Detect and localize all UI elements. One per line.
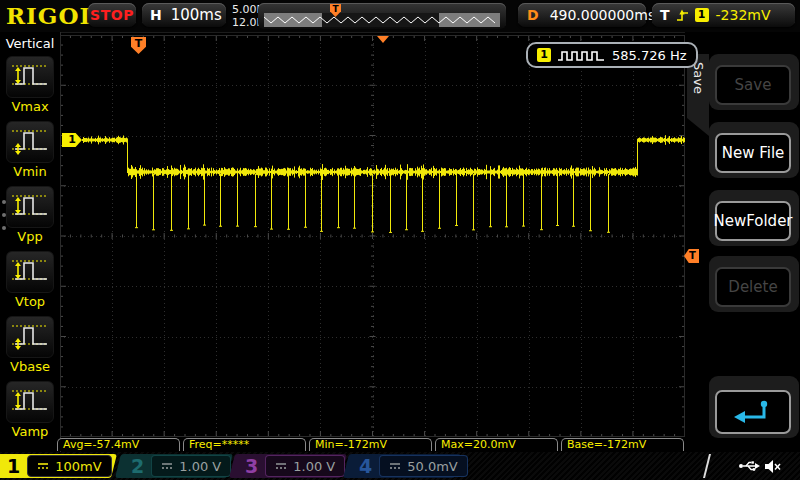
run-state-label: STOP [90,7,134,23]
channel-3-chip[interactable]: 3 1.00 V [229,454,347,478]
vmax-pulse-icon [6,56,54,98]
channel-1-number: 1 [7,455,20,477]
t-label: T [660,7,670,23]
waveform-preview-canvas [264,13,500,27]
dc-coupling-icon [275,462,287,470]
channel-status-bar: 1 100mV 2 1.00 V [0,452,800,480]
sidebar-item-label: Vbase [0,359,60,374]
vamp-pulse-icon [6,381,54,423]
top-status-bar: RIGOL STOP H 100ms 5.00MSa/s 12.0M pts T… [0,0,800,33]
channel-3-scale: 1.00 V [293,459,335,474]
usb-icon[interactable] [738,459,762,473]
dc-coupling-icon [389,462,401,470]
channel-2-number: 2 [131,455,144,477]
vtop-pulse-icon [6,251,54,293]
delete-button[interactable]: Delete [715,267,791,307]
frequency-counter-badge: 1 585.726 Hz [526,42,698,68]
dc-coupling-icon [161,462,173,470]
trigger-source-badge: 1 [695,8,709,22]
sidebar-item-vmin[interactable]: Vmin [0,121,60,179]
save-button[interactable]: Save [715,65,791,105]
run-state-button[interactable]: STOP [88,3,136,27]
channel-1-chip[interactable]: 1 100mV [0,454,117,478]
sidebar-item-label: Vmin [0,164,60,179]
channel-2-scale: 1.00 V [179,459,221,474]
timebase-value: 100ms [171,6,222,24]
channel-4-scale: 50.0mV [407,459,458,474]
speaker-muted-icon[interactable] [764,459,782,474]
measurement-min[interactable]: Min=-172mV [309,438,432,451]
waveform-grid-canvas [60,35,685,437]
waveform-display: 1 T T 1 585.726 Hz Avg=-57.4mV Freq=****… [60,32,685,452]
sidebar-item-label: Vmax [0,99,60,114]
vertical-measure-sidebar: Vertical Vmax Vmin Vpp Vtop Vbase Vamp [0,32,61,452]
save-menu-panel: Save Save New File NewFolder Delete [685,32,800,452]
sidebar-item-vtop[interactable]: Vtop [0,251,60,309]
rising-edge-icon [676,8,689,23]
vmin-pulse-icon [6,121,54,163]
freq-counter-channel-badge: 1 [537,48,551,62]
sidebar-item-vmax[interactable]: Vmax [0,56,60,114]
measurement-base[interactable]: Base=-172mV [561,438,684,451]
measurement-readout-row: Avg=-57.4mV Freq=***** Min=-172mV Max=20… [57,438,697,451]
menu-slot-back [709,376,799,438]
measurement-avg[interactable]: Avg=-57.4mV [57,438,180,451]
channel-4-chip[interactable]: 4 50.0mV [343,454,461,478]
sidebar-title: Vertical [0,36,60,51]
oscilloscope-screen: RIGOL STOP H 100ms 5.00MSa/s 12.0M pts T… [0,0,800,480]
square-wave-icon [557,49,605,62]
delay-value: 490.000000ms [550,7,656,23]
trigger-status-box[interactable]: T 1 -232mV [652,3,795,27]
status-bar-divider [703,454,711,478]
measurement-freq[interactable]: Freq=***** [183,438,306,451]
menu-scroll-indicator [2,200,6,239]
menu-slot-1: Save [709,54,799,110]
sidebar-item-label: Vpp [0,229,60,244]
sidebar-item-vamp[interactable]: Vamp [0,381,60,439]
sidebar-item-vbase[interactable]: Vbase [0,316,60,374]
sidebar-item-label: Vtop [0,294,60,309]
back-button[interactable] [715,390,791,434]
rigol-logo: RIGOL [6,2,97,29]
delay-box[interactable]: D 490.000000ms [518,3,646,27]
channel-1-scale: 100mV [55,459,101,474]
waveform-preview-bar[interactable]: T [258,3,506,29]
menu-tab-label: Save [691,62,706,94]
trigger-level-value: -232mV [716,7,771,23]
horizontal-timebase-box[interactable]: H 100ms [142,3,226,27]
d-label: D [527,7,539,23]
measurement-max[interactable]: Max=20.0mV [435,438,558,451]
new-folder-button[interactable]: NewFolder [715,201,791,241]
h-label: H [150,7,162,23]
sidebar-item-label: Vamp [0,424,60,439]
return-arrow-icon [732,399,774,425]
menu-slot-4: Delete [709,256,799,312]
vbase-pulse-icon [6,316,54,358]
vpp-pulse-icon [6,186,54,228]
channel-3-number: 3 [245,455,258,477]
menu-slot-2: New File [709,122,799,178]
new-file-button[interactable]: New File [715,133,791,173]
freq-counter-value: 585.726 Hz [612,48,687,63]
sidebar-item-vpp[interactable]: Vpp [0,186,60,244]
channel-4-number: 4 [359,455,372,477]
channel-2-chip[interactable]: 2 1.00 V [115,454,233,478]
dc-coupling-icon [37,462,49,470]
menu-slot-3: NewFolder [709,190,799,246]
